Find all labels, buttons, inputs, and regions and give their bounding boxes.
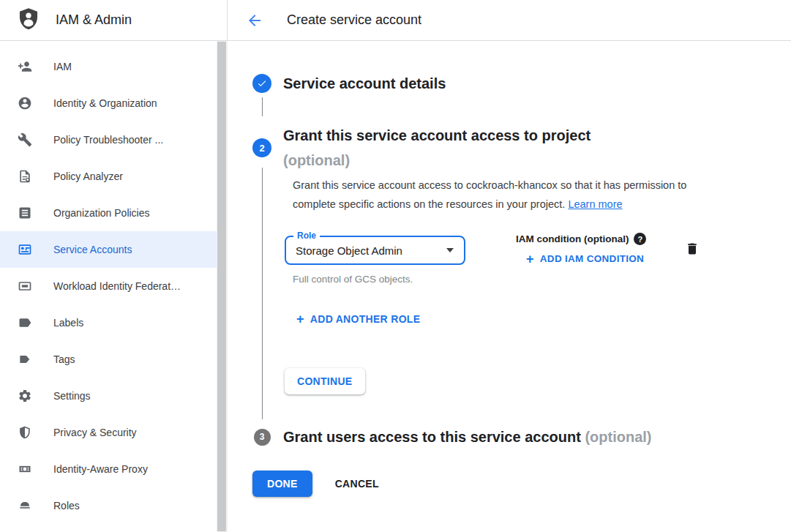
shield-half-icon [18,425,32,440]
sidebar-item-iam[interactable]: IAM [0,48,228,85]
account-circle-icon [18,96,32,110]
step3-title: Grant users access to this service accou… [283,427,652,447]
sidebar-item-service-accounts[interactable]: Service Accounts [0,231,228,268]
card-icon [18,279,32,293]
role-select[interactable]: Role Storage Object Admin [285,236,465,265]
sidebar-item-label: Tags [53,353,75,365]
step-service-account-details: Service account details [252,74,791,93]
step3-optional-label: (optional) [585,429,651,445]
add-another-role-button[interactable]: + ADD ANOTHER ROLE [296,312,716,326]
proxy-icon [18,462,32,476]
step2-optional-label: (optional) [283,148,716,173]
delete-role-button[interactable] [685,241,700,258]
help-icon[interactable]: ? [634,233,646,245]
tag-arrow-icon [18,352,32,367]
iam-admin-shield-icon [16,7,41,34]
step-grant-access: 2 Grant this service account access to p… [252,123,791,419]
sidebar-item-label: Policy Analyzer [53,171,123,182]
service-account-icon [18,242,32,257]
sidebar-item-label: Identity-Aware Proxy [53,463,148,475]
sidebar-item-tags[interactable]: Tags [0,341,228,378]
done-button[interactable]: DONE [252,471,312,497]
step2-rail: 2 [252,123,271,419]
back-button[interactable] [245,11,264,30]
trash-icon [685,241,700,256]
step2-title: Grant this service account access to pro… [283,123,716,148]
plus-icon: + [526,252,534,266]
sidebar-item-policy-analyzer[interactable]: Policy Analyzer [0,158,228,195]
product-header: IAM & Admin [0,0,228,40]
form-actions: DONE CANCEL [252,471,791,497]
create-service-account-form: Service account details 2 Grant this ser… [228,41,791,532]
step1-title: Service account details [283,75,446,92]
gear-icon [18,389,32,403]
document-lines-icon [18,206,32,220]
sidebar-item-label: Privacy & Security [53,427,137,438]
sidebar-item-label: Identity & Organization [53,97,157,109]
iam-condition-group: IAM condition (optional) ? + ADD IAM CON… [516,233,646,266]
plus-icon: + [296,312,304,326]
step1-complete-check-icon [252,74,271,93]
step3-number-badge: 3 [254,429,271,446]
wrench-icon [18,132,32,147]
step-connector [262,168,263,419]
document-analyze-icon [18,169,32,184]
back-arrow-icon [246,12,263,29]
sidebar-item-roles[interactable]: Roles [0,487,228,524]
page-header: Create service account [228,0,791,40]
sidebar-item-label: Workload Identity Federat… [53,280,181,292]
step2-number-badge: 2 [252,138,271,157]
sidebar-item-label: Policy Troubleshooter ... [53,134,163,146]
sidebar-item-identity-organization[interactable]: Identity & Organization [0,85,228,121]
page-title: Create service account [287,12,421,28]
sidebar-item-workload-identity-federation[interactable]: Workload Identity Federat… [0,268,228,304]
sidebar-item-label: Settings [53,390,91,402]
role-helper-text: Full control of GCS objects. [293,273,716,286]
dropdown-caret-icon [446,248,454,252]
product-title: IAM & Admin [56,12,132,28]
sidebar-item-settings[interactable]: Settings [0,378,228,414]
cancel-button[interactable]: CANCEL [335,478,379,490]
sidebar-item-label: Roles [53,500,80,512]
role-selected-value: Storage Object Admin [296,244,446,257]
sidebar: IAM Identity & Organization Policy Troub… [0,41,228,532]
sidebar-item-identity-aware-proxy[interactable]: Identity-Aware Proxy [0,451,228,487]
continue-button[interactable]: CONTINUE [285,368,365,394]
step-connector [262,97,263,116]
sidebar-item-privacy-security[interactable]: Privacy & Security [0,414,228,451]
sidebar-item-organization-policies[interactable]: Organization Policies [0,195,228,231]
sidebar-item-labels[interactable]: Labels [0,304,228,341]
add-iam-condition-button[interactable]: + ADD IAM CONDITION [526,252,646,266]
sidebar-item-label: Organization Policies [53,207,150,219]
person-add-icon [18,59,32,74]
iam-condition-label: IAM condition (optional) [516,233,629,244]
sidebar-scrollbar[interactable] [217,41,228,532]
top-bar: IAM & Admin Create service account [0,0,791,41]
sidebar-item-label: IAM [53,61,72,72]
step-grant-users-access: 3 Grant users access to this service acc… [252,427,791,447]
step2-description: Grant this service account access to coc… [293,176,716,214]
sidebar-item-label: Service Accounts [53,244,132,255]
sidebar-item-label: Labels [53,317,83,329]
hat-icon [18,498,32,513]
sidebar-item-policy-troubleshooter[interactable]: Policy Troubleshooter ... [0,121,228,158]
scrollbar-thumb[interactable] [217,42,226,531]
label-icon [18,315,32,330]
role-field-label: Role [293,231,320,241]
learn-more-link[interactable]: Learn more [568,198,622,210]
